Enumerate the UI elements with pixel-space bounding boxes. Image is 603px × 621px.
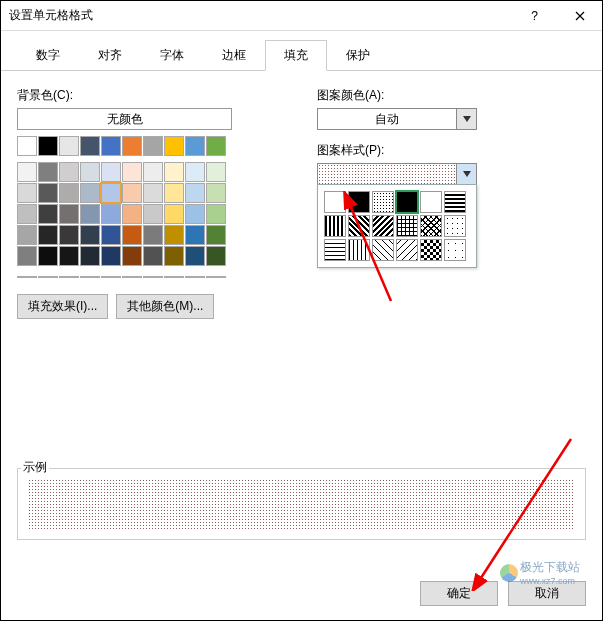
color-swatch[interactable] [38,246,58,266]
color-swatch[interactable] [122,162,142,182]
pattern-swatch[interactable] [444,191,466,213]
color-swatch[interactable] [143,204,163,224]
color-swatch[interactable] [38,183,58,203]
pattern-style-dropdown[interactable] [317,163,477,185]
color-swatch[interactable] [38,162,58,182]
pattern-swatch[interactable] [396,215,418,237]
tab-protection[interactable]: 保护 [327,40,389,71]
color-swatch[interactable] [122,136,142,156]
color-swatch[interactable] [101,204,121,224]
pattern-swatch[interactable] [420,215,442,237]
pattern-swatch[interactable] [324,215,346,237]
color-swatch[interactable] [164,276,184,278]
pattern-swatch[interactable] [348,239,370,261]
color-swatch[interactable] [80,225,100,245]
tab-alignment[interactable]: 对齐 [79,40,141,71]
color-swatch[interactable] [185,162,205,182]
color-swatch[interactable] [164,225,184,245]
color-swatch[interactable] [59,183,79,203]
color-swatch[interactable] [17,162,37,182]
color-swatch[interactable] [38,276,58,278]
help-button[interactable]: ? [512,1,557,31]
color-swatch[interactable] [101,162,121,182]
color-swatch[interactable] [80,204,100,224]
ok-button[interactable]: 确定 [420,581,498,606]
color-swatch[interactable] [59,276,79,278]
color-swatch[interactable] [206,162,226,182]
color-swatch[interactable] [206,225,226,245]
tab-number[interactable]: 数字 [17,40,79,71]
color-swatch[interactable] [101,136,121,156]
pattern-swatch[interactable] [396,239,418,261]
color-swatch[interactable] [59,162,79,182]
color-swatch[interactable] [59,136,79,156]
color-swatch[interactable] [185,136,205,156]
color-swatch[interactable] [206,276,226,278]
pattern-swatch[interactable] [348,215,370,237]
pattern-color-dropdown[interactable]: 自动 [317,108,477,130]
color-swatch[interactable] [122,225,142,245]
color-swatch[interactable] [164,162,184,182]
color-swatch[interactable] [185,246,205,266]
color-swatch[interactable] [17,276,37,278]
color-swatch[interactable] [80,276,100,278]
color-swatch[interactable] [206,183,226,203]
color-swatch[interactable] [143,162,163,182]
color-swatch[interactable] [164,183,184,203]
pattern-swatch[interactable] [420,191,442,213]
color-swatch[interactable] [101,225,121,245]
color-swatch[interactable] [164,246,184,266]
color-swatch[interactable] [101,276,121,278]
tab-fill[interactable]: 填充 [265,40,327,71]
pattern-swatch[interactable] [420,239,442,261]
color-swatch[interactable] [80,246,100,266]
color-swatch[interactable] [80,136,100,156]
color-swatch[interactable] [101,246,121,266]
color-swatch[interactable] [143,183,163,203]
color-swatch[interactable] [17,225,37,245]
color-swatch[interactable] [17,204,37,224]
color-swatch[interactable] [122,204,142,224]
color-swatch[interactable] [122,246,142,266]
color-swatch[interactable] [206,246,226,266]
color-swatch[interactable] [143,136,163,156]
pattern-swatch[interactable] [324,191,346,213]
no-color-button[interactable]: 无颜色 [17,108,232,130]
color-swatch[interactable] [38,225,58,245]
pattern-swatch[interactable] [324,239,346,261]
color-swatch[interactable] [185,183,205,203]
pattern-swatch[interactable] [396,191,418,213]
color-swatch[interactable] [59,204,79,224]
color-swatch[interactable] [164,204,184,224]
fill-effects-button[interactable]: 填充效果(I)... [17,294,108,319]
color-swatch[interactable] [185,225,205,245]
color-swatch[interactable] [122,276,142,278]
color-swatch[interactable] [80,183,100,203]
pattern-swatch[interactable] [372,191,394,213]
color-swatch[interactable] [122,183,142,203]
pattern-swatch[interactable] [372,215,394,237]
color-swatch[interactable] [38,136,58,156]
color-swatch[interactable] [143,246,163,266]
color-swatch[interactable] [80,162,100,182]
color-swatch[interactable] [206,136,226,156]
close-button[interactable] [557,1,602,31]
more-colors-button[interactable]: 其他颜色(M)... [116,294,214,319]
tab-font[interactable]: 字体 [141,40,203,71]
tab-border[interactable]: 边框 [203,40,265,71]
color-swatch[interactable] [38,204,58,224]
color-swatch[interactable] [164,136,184,156]
color-swatch[interactable] [185,204,205,224]
color-swatch[interactable] [143,276,163,278]
color-swatch[interactable] [101,183,121,203]
pattern-swatch[interactable] [444,239,466,261]
color-swatch[interactable] [59,225,79,245]
color-swatch[interactable] [17,246,37,266]
pattern-swatch[interactable] [372,239,394,261]
color-swatch[interactable] [206,204,226,224]
color-swatch[interactable] [143,225,163,245]
color-swatch[interactable] [185,276,205,278]
color-swatch[interactable] [17,183,37,203]
color-swatch[interactable] [59,246,79,266]
pattern-swatch[interactable] [444,215,466,237]
